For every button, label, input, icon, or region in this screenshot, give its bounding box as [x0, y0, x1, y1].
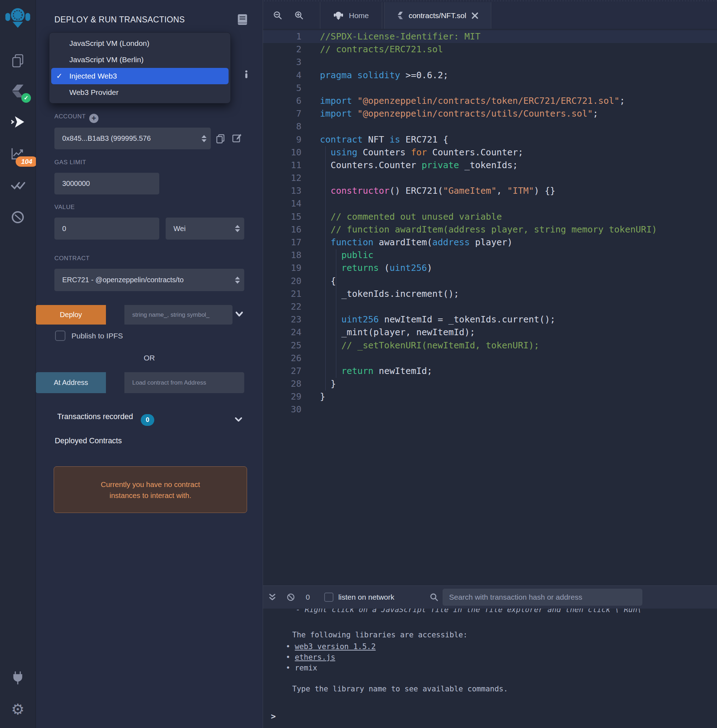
close-tab-icon[interactable]: [471, 12, 479, 19]
code-line[interactable]: 20 {: [263, 275, 717, 288]
code-line[interactable]: 23 uint256 newItemId = _tokenIds.current…: [263, 313, 717, 326]
pending-tx-count: 0: [306, 593, 310, 601]
tab-nft-sol[interactable]: contracts/NFT.sol: [384, 2, 491, 29]
line-content: constructor() ERC721("GameItem", "ITM") …: [301, 185, 555, 197]
line-number: 30: [263, 403, 301, 416]
line-content: [301, 82, 320, 95]
unit-stepper-icon[interactable]: [235, 225, 240, 232]
home-logo-icon: [333, 11, 344, 21]
settings-gear-icon[interactable]: ⚙: [10, 702, 26, 717]
transactions-expand-icon[interactable]: [233, 415, 244, 424]
code-line[interactable]: 17 function awardItem(address player): [263, 236, 717, 249]
remix-logo-icon[interactable]: [5, 6, 31, 31]
deploy-params-input[interactable]: [124, 305, 232, 325]
zoom-in-icon[interactable]: [294, 11, 304, 20]
expand-params-icon[interactable]: [234, 309, 244, 319]
line-number: 19: [263, 262, 301, 275]
tab-file-label: contracts/NFT.sol: [409, 11, 466, 20]
code-line[interactable]: 22: [263, 301, 717, 313]
transactions-count-badge: 0: [141, 414, 154, 426]
line-number: 12: [263, 172, 301, 185]
code-editor[interactable]: 1//SPDX-License-Identifier: MIT2// contr…: [263, 29, 717, 586]
contract-select[interactable]: ERC721 - @openzeppelin/contracts/to: [54, 269, 244, 291]
terminal-output[interactable]: - Right click on a JavaScript file in th…: [263, 609, 717, 728]
code-line[interactable]: 27 return newItemId;: [263, 365, 717, 377]
sign-message-icon[interactable]: [232, 133, 242, 143]
environment-option[interactable]: Web3 Provider: [51, 84, 229, 101]
value-input[interactable]: [54, 218, 159, 240]
code-line[interactable]: 15 // commented out unused variable: [263, 211, 717, 223]
line-number: 4: [263, 69, 301, 82]
collapse-terminal-icon[interactable]: [268, 593, 276, 601]
plugin-manager-icon[interactable]: [10, 670, 26, 686]
plugin-circle-icon[interactable]: [10, 209, 26, 225]
code-line[interactable]: 3: [263, 56, 717, 69]
value-unit-select[interactable]: Wei: [166, 218, 244, 240]
line-content: return newItemId;: [301, 365, 432, 377]
line-content: {: [301, 275, 336, 288]
listen-network-checkbox[interactable]: [324, 592, 333, 602]
contract-stepper-icon[interactable]: [235, 276, 240, 284]
code-line[interactable]: 11 Counters.Counter private _tokenIds;: [263, 159, 717, 172]
copy-account-icon[interactable]: [215, 134, 225, 143]
code-line[interactable]: 6import "@openzeppelin/contracts/token/E…: [263, 95, 717, 107]
code-line[interactable]: 24 _mint(player, newItemId);: [263, 326, 717, 339]
code-line[interactable]: 10 using Counters for Counters.Counter;: [263, 146, 717, 159]
environment-option[interactable]: ✓Injected Web3: [51, 68, 229, 84]
code-line[interactable]: 26: [263, 352, 717, 365]
code-line[interactable]: 21 _tokenIds.increment();: [263, 288, 717, 301]
environment-option[interactable]: JavaScript VM (Berlin): [51, 52, 229, 68]
line-content: // contracts/ERC721.sol: [301, 43, 443, 56]
transactions-recorded-row[interactable]: Transactions recorded 0: [57, 412, 154, 426]
line-content: }: [301, 377, 336, 390]
account-select[interactable]: 0x845...B1aB3 (999995.576: [54, 128, 211, 149]
code-line[interactable]: 28 }: [263, 377, 717, 390]
main-column: Home contracts/NFT.sol 1//SPDX-License-I…: [263, 0, 717, 728]
zoom-out-icon[interactable]: [273, 11, 282, 20]
code-line[interactable]: 29}: [263, 390, 717, 403]
code-line[interactable]: 18 public: [263, 249, 717, 262]
line-content: [301, 197, 320, 210]
code-line[interactable]: 4pragma solidity >=0.6.2;: [263, 69, 717, 82]
indent-guide: [336, 249, 336, 378]
code-line[interactable]: 19 returns (uint256): [263, 262, 717, 275]
deploy-button[interactable]: Deploy: [36, 305, 106, 325]
indent-guide: [325, 146, 326, 391]
code-line[interactable]: 2// contracts/ERC721.sol: [263, 43, 717, 56]
code-line[interactable]: 7import "@openzeppelin/contracts/utils/C…: [263, 107, 717, 120]
account-stepper-icon[interactable]: [201, 135, 206, 142]
remix-ide: { "rail": { "analytics_badge": "104" }, …: [0, 0, 717, 728]
gas-limit-label: GAS LIMIT: [54, 159, 86, 166]
unit-testing-icon[interactable]: [10, 177, 26, 193]
code-line[interactable]: 13 constructor() ERC721("GameItem", "ITM…: [263, 185, 717, 197]
at-address-button[interactable]: At Address: [36, 372, 106, 393]
code-line[interactable]: 16 // function awardItem(address player,…: [263, 223, 717, 236]
line-content: contract NFT is ERC721 {: [301, 133, 448, 146]
code-line[interactable]: 30: [263, 403, 717, 416]
code-line[interactable]: 9contract NFT is ERC721 {: [263, 133, 717, 146]
terminal-hint: Type the library name to see available c…: [292, 685, 717, 693]
terminal-library-item[interactable]: • web3 version 1.5.2: [286, 641, 717, 652]
terminal-search-input[interactable]: [442, 589, 642, 606]
environment-info-icon[interactable]: [242, 70, 251, 79]
environment-option[interactable]: JavaScript VM (London): [51, 35, 229, 52]
code-line[interactable]: 1//SPDX-License-Identifier: MIT: [263, 30, 717, 43]
code-line[interactable]: 14: [263, 197, 717, 210]
deploy-run-icon[interactable]: [10, 114, 26, 130]
file-explorer-icon[interactable]: [10, 53, 26, 69]
value-label: VALUE: [54, 204, 75, 211]
code-line[interactable]: 25 // _setTokenURI(newItemId, tokenURI);: [263, 339, 717, 352]
gas-limit-input[interactable]: [54, 173, 159, 194]
documentation-icon[interactable]: [237, 14, 248, 26]
icon-rail: ✓ 104 ⚙: [0, 0, 36, 728]
tab-home[interactable]: Home: [320, 2, 382, 29]
at-address-input[interactable]: [124, 372, 244, 393]
code-line[interactable]: 12: [263, 172, 717, 185]
clear-console-icon[interactable]: [287, 593, 295, 601]
create-account-icon[interactable]: +: [89, 114, 98, 123]
publish-ipfs-checkbox[interactable]: [55, 331, 66, 341]
terminal-library-item[interactable]: • ethers.js: [286, 652, 717, 662]
account-label: ACCOUNT+: [54, 113, 98, 123]
code-line[interactable]: 5: [263, 82, 717, 95]
code-line[interactable]: 8: [263, 120, 717, 133]
